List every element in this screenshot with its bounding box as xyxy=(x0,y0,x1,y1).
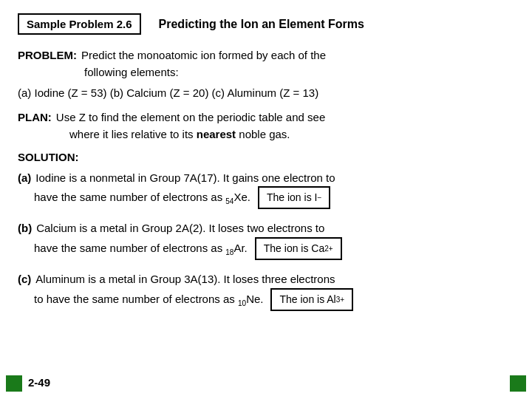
sample-problem-label: Sample Problem 2.6 xyxy=(27,18,132,30)
part-b-line1: (b) Calcium is a metal in Group 2A(2). I… xyxy=(18,219,514,236)
solution-part-a: (a) Iodine is a nonmetal in Group 7A(17)… xyxy=(18,169,514,210)
part-a-element: Xe. xyxy=(233,191,250,203)
header-title: Predicting the Ion an Element Forms xyxy=(159,18,364,31)
part-b-label: (b) xyxy=(18,219,32,236)
part-b-ion-super: 2+ xyxy=(324,243,332,255)
plan-text1: Use Z to find the element on the periodi… xyxy=(56,109,325,126)
part-a-ion-label: The ion is I xyxy=(267,190,317,206)
content: PROBLEM: Predict the monoatomic ion form… xyxy=(18,47,514,311)
part-a-text2: have the same number of electrons as 54X… xyxy=(34,188,250,208)
plan-line2: where it lies relative to its nearest no… xyxy=(69,126,514,143)
plan-line: PLAN: Use Z to find the element on the p… xyxy=(18,109,514,126)
problem-text1: Predict the monoatomic ion formed by eac… xyxy=(81,47,326,64)
page: Sample Problem 2.6 Predicting the Ion an… xyxy=(0,0,532,399)
problem-parts: (a) Iodine (Z = 53) (b) Calcium (Z = 20)… xyxy=(18,84,514,101)
part-b-text2: have the same number of electrons as 18A… xyxy=(34,239,248,259)
part-a-line1: (a) Iodine is a nonmetal in Group 7A(17)… xyxy=(18,169,514,186)
part-c-line2: to have the same number of electrons as … xyxy=(34,288,514,312)
plan-block: PLAN: Use Z to find the element on the p… xyxy=(18,109,514,143)
part-b-ion-box: The ion is Ca2+ xyxy=(255,237,342,261)
solution-label: SOLUTION: xyxy=(18,149,514,166)
part-a-text1: Iodine is a nonmetal in Group 7A(17). It… xyxy=(35,169,335,186)
part-b-text1: Calcium is a metal in Group 2A(2). It lo… xyxy=(36,219,324,236)
sample-problem-box: Sample Problem 2.6 xyxy=(18,13,141,35)
part-c-ion-box: The ion is Al3+ xyxy=(270,288,353,312)
part-a-sub: 54 xyxy=(225,197,233,205)
problem-line: PROBLEM: Predict the monoatomic ion form… xyxy=(18,47,514,64)
header-row: Sample Problem 2.6 Predicting the Ion an… xyxy=(18,13,514,35)
part-a-ion-box: The ion is I− xyxy=(258,186,330,210)
part-a-label: (a) xyxy=(18,169,31,186)
part-a-ion-super: − xyxy=(317,192,321,204)
solution-block: SOLUTION: (a) Iodine is a nonmetal in Gr… xyxy=(18,149,514,311)
page-number: 2-49 xyxy=(28,376,50,389)
part-a-line2: have the same number of electrons as 54X… xyxy=(34,186,514,210)
plan-text2: where it lies relative to its xyxy=(69,128,194,140)
part-c-ion-label: The ion is Al xyxy=(279,292,335,308)
part-c-element: Ne. xyxy=(246,293,263,305)
bottom-right-square xyxy=(510,375,526,392)
plan-text3: noble gas. xyxy=(239,128,290,140)
part-b-ion-label: The ion is Ca xyxy=(264,241,324,257)
solution-part-c: (c) Aluminum is a metal in Group 3A(13).… xyxy=(18,270,514,311)
part-c-sub: 10 xyxy=(238,299,246,307)
part-c-text2: to have the same number of electrons as … xyxy=(34,290,263,310)
solution-part-b: (b) Calcium is a metal in Group 2A(2). I… xyxy=(18,219,514,260)
plan-label: PLAN: xyxy=(18,109,52,126)
part-b-line2: have the same number of electrons as 18A… xyxy=(34,237,514,261)
problem-block: PROBLEM: Predict the monoatomic ion form… xyxy=(18,47,514,101)
problem-label: PROBLEM: xyxy=(18,47,77,64)
part-b-element: Ar. xyxy=(233,242,247,254)
part-c-label: (c) xyxy=(18,270,31,287)
bottom-left-square xyxy=(6,375,22,392)
problem-text2: following elements: xyxy=(84,64,514,81)
plan-nearest: nearest xyxy=(197,128,236,140)
part-c-line1: (c) Aluminum is a metal in Group 3A(13).… xyxy=(18,270,514,287)
part-c-text1: Aluminum is a metal in Group 3A(13). It … xyxy=(35,270,335,287)
part-c-ion-super: 3+ xyxy=(336,294,344,306)
part-b-sub: 18 xyxy=(225,248,233,256)
